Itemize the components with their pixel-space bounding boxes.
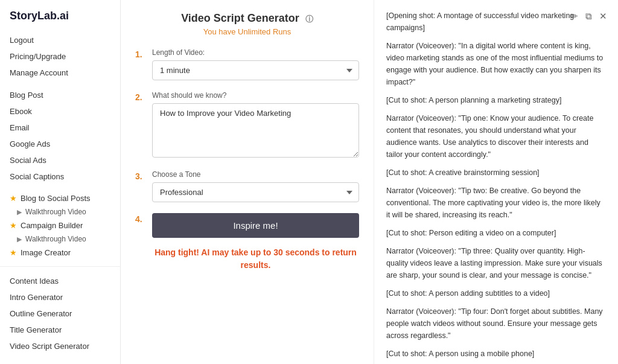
waiting-message: Hang tight! AI may take up to 30 seconds… [152, 246, 359, 272]
video-icon: ▶ [17, 208, 22, 216]
sidebar-item-image-creator[interactable]: ★Image Creator [0, 245, 120, 260]
sidebar-item-social-ads[interactable]: Social Ads [0, 152, 120, 168]
sidebar-item-pricing-upgrade[interactable]: Pricing/Upgrade [0, 48, 120, 65]
step-number-1: 1. [135, 49, 145, 59]
star-icon: ★ [10, 248, 17, 257]
app-logo: StoryLab.ai [0, 10, 120, 32]
sidebar-item-email[interactable]: Email [0, 120, 120, 136]
stage-direction-block: [Cut to shot: A person adding subtitles … [386, 287, 606, 299]
topic-textarea[interactable] [152, 103, 359, 158]
page-title-text: Video Script Generator [181, 12, 299, 24]
content-area: Video Script Generator ⓘ You have Unlimi… [121, 0, 618, 364]
step3-field: Choose a Tone ProfessionalCasualFunnyIns… [152, 170, 359, 202]
info-icon: ⓘ [305, 14, 313, 24]
form-step-1: 1. Length of Video: 30 seconds1 minute2 … [135, 48, 359, 80]
step1-field: Length of Video: 30 seconds1 minute2 min… [152, 48, 359, 80]
stage-direction-block: [Cut to shot: A person using a mobile ph… [386, 348, 606, 360]
step-number-4: 4. [135, 214, 145, 224]
step3-label: Choose a Tone [152, 170, 359, 179]
sidebar-item-blog-post[interactable]: Blog Post [0, 87, 120, 103]
step2-label: What should we know? [152, 91, 359, 100]
narration-block: Narrator (Voiceover): "Tip two: Be creat… [386, 185, 606, 221]
inspire-button[interactable]: Inspire me! [152, 213, 359, 238]
page-title: Video Script Generator ⓘ [135, 12, 359, 25]
step-number-2: 2. [135, 92, 145, 102]
star-icon: ★ [10, 194, 17, 203]
sidebar-item-intro-generator[interactable]: Intro Generator [0, 289, 120, 305]
video-length-select[interactable]: 30 seconds1 minute2 minutes3 minutes5 mi… [152, 60, 359, 80]
narration-block: Narrator (Voiceover): "Tip four: Don't f… [386, 305, 606, 342]
sidebar-item-logout[interactable]: Logout [0, 32, 120, 48]
close-icon-button[interactable]: ✕ [598, 10, 608, 23]
step-number-3: 3. [135, 171, 145, 181]
sidebar-item-blog-to-social-posts[interactable]: ★Blog to Social Posts [0, 191, 120, 206]
sidebar-item-manage-account[interactable]: Manage Account [0, 65, 120, 81]
form-step-2: 2. What should we know? [135, 91, 359, 159]
sidebar-item-label: Campaign Builder [21, 221, 83, 230]
sidebar-item-campaign-builder[interactable]: ★Campaign Builder [0, 218, 120, 233]
sidebar-item-title-generator[interactable]: Title Generator [0, 322, 120, 338]
form-step-3: 3. Choose a Tone ProfessionalCasualFunny… [135, 170, 359, 202]
sidebar-sub-item-walkthrough-video-1[interactable]: ▶Walkthrough Video [0, 206, 120, 218]
sidebar-item-social-captions[interactable]: Social Captions [0, 168, 120, 185]
star-icon: ★ [10, 221, 17, 230]
top-nav: LogoutPricing/UpgradeManage Account [0, 32, 120, 81]
edit-icon-button[interactable]: ✏ [569, 10, 579, 23]
sidebar-item-content-ideas[interactable]: Content Ideas [0, 273, 120, 289]
sidebar-item-google-ads[interactable]: Google Ads [0, 136, 120, 152]
sidebar-sub-item-walkthrough-video-2[interactable]: ▶Walkthrough Video [0, 233, 120, 245]
step2-field: What should we know? [152, 91, 359, 159]
sidebar-item-label: Image Creator [21, 248, 71, 257]
copy-icon-button[interactable]: ⧉ [584, 10, 593, 23]
tone-select[interactable]: ProfessionalCasualFunnyInspirationalEduc… [152, 182, 359, 202]
sidebar-item-label: Blog to Social Posts [21, 194, 91, 203]
form-panel: Video Script Generator ⓘ You have Unlimi… [121, 0, 374, 364]
sidebar-item-outline-generator[interactable]: Outline Generator [0, 305, 120, 322]
bottom-nav: Content IdeasIntro GeneratorOutline Gene… [0, 273, 120, 354]
stage-direction-block: [Cut to shot: A creative brainstorming s… [386, 167, 606, 179]
stage-direction-block: [Cut to shot: Person editing a video on … [386, 227, 606, 239]
sidebar-item-ebook[interactable]: Ebook [0, 103, 120, 120]
form-step-4: 4. Inspire me! Hang tight! AI may take u… [135, 213, 359, 272]
page-subtitle: You have Unlimited Runs [135, 27, 359, 36]
narration-block: Narrator (Voiceover): "In a digital worl… [386, 40, 606, 88]
sidebar-item-video-script-generator[interactable]: Video Script Generator [0, 338, 120, 354]
step1-label: Length of Video: [152, 48, 359, 57]
narration-block: Narrator (Voiceover): "Tip three: Qualit… [386, 245, 606, 281]
output-content: [Opening shot: A montage of successful v… [386, 10, 606, 364]
star-nav: ★Blog to Social Posts▶Walkthrough Video★… [0, 191, 120, 260]
tools-nav: Blog PostEbookEmailGoogle AdsSocial AdsS… [0, 87, 120, 185]
sidebar: StoryLab.ai LogoutPricing/UpgradeManage … [0, 0, 121, 364]
main-content: Video Script Generator ⓘ You have Unlimi… [121, 0, 618, 364]
step4-field: Inspire me! Hang tight! AI may take up t… [152, 213, 359, 272]
output-panel: ✏ ⧉ ✕ [Opening shot: A montage of succes… [374, 0, 618, 364]
video-icon: ▶ [17, 235, 22, 243]
output-toolbar: ✏ ⧉ ✕ [569, 10, 608, 23]
stage-direction-block: [Cut to shot: A person planning a market… [386, 94, 606, 106]
narration-block: Narrator (Voiceover): "Tip one: Know you… [386, 112, 606, 161]
